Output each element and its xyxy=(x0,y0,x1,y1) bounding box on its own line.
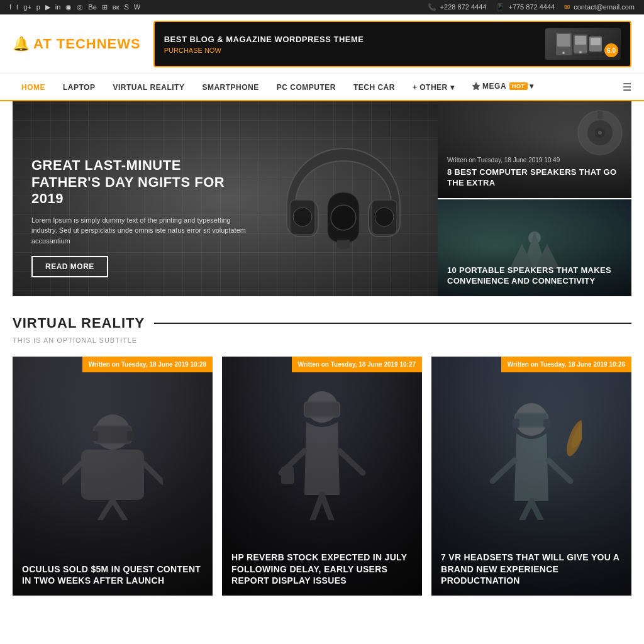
hero-section: GREAT LAST-MINUTE FATHER'S DAY NGIFTS FO… xyxy=(13,101,631,296)
hero-main[interactable]: GREAT LAST-MINUTE FATHER'S DAY NGIFTS FO… xyxy=(13,101,438,296)
svg-line-33 xyxy=(322,495,331,520)
banner-image: 6.0 xyxy=(545,28,621,60)
hero-card-1-meta: Written on Tuesday, 18 June 2019 10:49 xyxy=(447,157,622,164)
banner-ad: BEST BLOG & MAGAZINE WORDPRESS THEME PUR… xyxy=(153,21,631,67)
hero-content: GREAT LAST-MINUTE FATHER'S DAY NGIFTS FO… xyxy=(31,157,252,277)
nav-laptop[interactable]: LAPTOP xyxy=(54,75,104,99)
pinterest-icon[interactable]: p xyxy=(36,3,40,11)
svg-rect-4 xyxy=(575,36,586,45)
svg-line-28 xyxy=(62,464,81,482)
article-2-content: HP REVERB STOCK EXPECTED IN JULY FOLLOWI… xyxy=(222,542,422,596)
nav-pc-computer[interactable]: PC COMPUTER xyxy=(268,75,345,99)
section-header: VIRTUAL REALITY xyxy=(13,315,631,331)
article-3-date: Written on Tuesday, 18 June 2019 10:26 xyxy=(501,357,631,372)
social-links[interactable]: f t g+ p ▶ in ◉ ◎ Be ⊞ вк S W xyxy=(9,3,140,11)
outdoor-icon xyxy=(503,219,566,269)
behance-icon[interactable]: Be xyxy=(88,3,96,11)
article-3-content: 7 VR HEADSETS THAT WILL GIVE YOU A BRAND… xyxy=(431,542,631,596)
logo-icon: 🔔 xyxy=(13,36,30,52)
hero-card-2[interactable]: 10 PORTABLE SPEAKERS THAT MAKES CONVENIE… xyxy=(438,199,631,296)
banner-cta[interactable]: PURCHASE NOW xyxy=(164,47,364,54)
svg-line-29 xyxy=(144,464,163,482)
article-card-1[interactable]: Written on Tuesday, 18 June 2019 10:28 O… xyxy=(13,357,213,596)
svg-line-35 xyxy=(340,451,363,473)
nav-mega[interactable]: MEGA HOT ▾ xyxy=(463,74,542,100)
instagram-icon[interactable]: ◎ xyxy=(77,3,83,11)
svg-rect-38 xyxy=(515,413,548,427)
svg-point-6 xyxy=(562,52,565,54)
person-vr-3 xyxy=(481,388,582,520)
svg-rect-39 xyxy=(513,419,519,428)
svg-line-26 xyxy=(100,500,113,520)
svg-line-42 xyxy=(531,501,541,520)
top-bar: f t g+ p ▶ in ◉ ◎ Be ⊞ вк S W 📞 +228 872… xyxy=(0,0,644,14)
article-1-content: OCULUS SOLD $5M IN QUEST CONTENT IN TWO … xyxy=(13,554,213,596)
hero-title: GREAT LAST-MINUTE FATHER'S DAY NGIFTS FO… xyxy=(31,157,252,207)
vk-icon[interactable]: вк xyxy=(113,3,119,11)
article-card-3[interactable]: Written on Tuesday, 18 June 2019 10:26 7… xyxy=(431,357,631,596)
email: ✉ contact@email.com xyxy=(564,3,635,11)
nav-other[interactable]: + OTHER ▾ xyxy=(404,75,463,99)
svg-line-27 xyxy=(113,500,125,520)
svg-rect-22 xyxy=(94,426,131,443)
email-icon: ✉ xyxy=(564,3,570,11)
person-vr-2 xyxy=(272,382,372,520)
section-divider xyxy=(154,323,631,324)
svg-rect-3 xyxy=(557,34,570,47)
hero-sidebar: Written on Tuesday, 18 June 2019 10:49 8… xyxy=(438,101,631,296)
nav-smartphone[interactable]: SMARTPHONE xyxy=(193,75,267,99)
hero-read-more-button[interactable]: READ MORE xyxy=(31,256,108,277)
svg-point-17 xyxy=(598,131,602,135)
banner-title: BEST BLOG & MAGAZINE WORDPRESS THEME xyxy=(164,35,364,44)
hero-card-1[interactable]: Written on Tuesday, 18 June 2019 10:49 8… xyxy=(438,101,631,198)
vr-section: VIRTUAL REALITY THIS IS AN OPTIONAL SUBT… xyxy=(0,296,644,614)
section-subtitle: THIS IS AN OPTIONAL SUBTITLE xyxy=(13,336,631,344)
svg-rect-36 xyxy=(281,467,294,484)
svg-rect-5 xyxy=(591,38,601,45)
svg-point-12 xyxy=(375,208,394,226)
phone1: 📞 +228 872 4444 xyxy=(428,3,487,11)
google-plus-icon[interactable]: g+ xyxy=(23,3,31,11)
header: 🔔 AT TECHNEWS BEST BLOG & MAGAZINE WORDP… xyxy=(0,14,644,74)
nav-tech-car[interactable]: TECH CAR xyxy=(345,75,404,99)
svg-point-7 xyxy=(579,51,582,53)
facebook-icon[interactable]: f xyxy=(9,3,11,11)
bookmark-icon[interactable]: ⊞ xyxy=(102,3,108,11)
nav-home[interactable]: HOME xyxy=(13,75,54,99)
article-1-date: Written on Tuesday, 18 June 2019 10:28 xyxy=(82,357,213,372)
article-2-title: HP REVERB STOCK EXPECTED IN JULY FOLLOWI… xyxy=(231,552,413,586)
svg-marker-8 xyxy=(472,82,480,90)
mobile-icon: 📱 xyxy=(496,3,504,11)
article-card-2[interactable]: Written on Tuesday, 18 June 2019 10:27 H… xyxy=(222,357,422,596)
hamburger-menu[interactable]: ☰ xyxy=(623,81,631,93)
svg-rect-19 xyxy=(597,111,602,117)
headphone-illustration xyxy=(274,130,413,268)
phone-icon: 📞 xyxy=(428,3,436,11)
banner-image-graphic xyxy=(555,31,611,57)
banner-ad-text: BEST BLOG & MAGAZINE WORDPRESS THEME PUR… xyxy=(164,35,364,54)
contact-info: 📞 +228 872 4444 📱 +775 872 4444 ✉ contac… xyxy=(428,3,635,11)
mega-icon xyxy=(472,82,480,91)
rss-icon[interactable]: ◉ xyxy=(65,3,72,11)
svg-line-44 xyxy=(548,460,570,481)
logo[interactable]: 🔔 AT TECHNEWS xyxy=(13,36,141,52)
twitter-icon[interactable]: t xyxy=(16,3,18,11)
svg-rect-24 xyxy=(127,431,135,441)
hero-card-2-content: 10 PORTABLE SPEAKERS THAT MAKES CONVENIE… xyxy=(447,265,622,287)
whatsapp-icon[interactable]: W xyxy=(134,3,140,11)
youtube-icon[interactable]: ▶ xyxy=(45,3,50,11)
phone2: 📱 +775 872 4444 xyxy=(496,3,555,11)
linkedin-icon[interactable]: in xyxy=(55,3,61,11)
hot-badge: HOT xyxy=(509,82,528,90)
article-3-title: 7 VR HEADSETS THAT WILL GIVE YOU A BRAND… xyxy=(441,552,622,586)
article-2-date: Written on Tuesday, 18 June 2019 10:27 xyxy=(292,357,422,372)
hero-excerpt: Lorem Ipsum is simply dummy text of the … xyxy=(31,215,252,247)
skype-icon[interactable]: S xyxy=(124,3,128,11)
svg-rect-25 xyxy=(81,450,144,500)
nav-virtual-reality[interactable]: VIRTUAL REALITY xyxy=(104,75,193,99)
section-title: VIRTUAL REALITY xyxy=(13,315,145,331)
article-1-title: OCULUS SOLD $5M IN QUEST CONTENT IN TWO … xyxy=(22,564,203,586)
person-vr-1 xyxy=(62,394,163,520)
hero-card-2-title: 10 PORTABLE SPEAKERS THAT MAKES CONVENIE… xyxy=(447,265,622,287)
main-nav: HOME LAPTOP VIRTUAL REALITY SMARTPHONE P… xyxy=(0,74,644,101)
